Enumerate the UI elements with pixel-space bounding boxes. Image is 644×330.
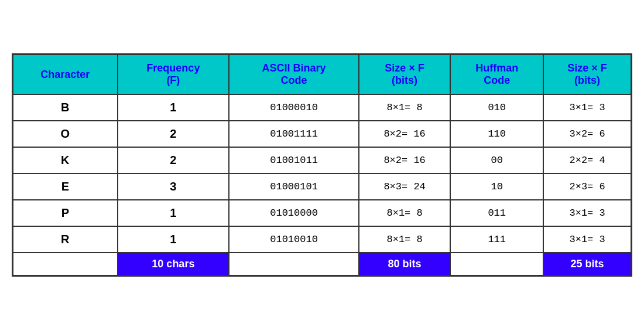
table-cell: 3	[118, 173, 229, 200]
col-header-character: Character	[13, 55, 118, 95]
table-cell: 01000101	[229, 173, 359, 200]
table-cell: B	[13, 94, 118, 121]
table-cell: K	[13, 147, 118, 173]
table-row: P1010100008×1= 80113×1= 3	[13, 200, 632, 226]
table-cell: 3×2= 6	[543, 121, 631, 147]
table-cell: 2×2= 4	[543, 147, 631, 173]
col-header-frequency: Frequency(F)	[118, 55, 229, 95]
table-cell: 110	[450, 121, 543, 147]
table-cell: 1	[118, 94, 229, 121]
summary-empty-cell	[229, 253, 359, 276]
table-cell: 00	[450, 147, 543, 173]
table-cell: 8×3= 24	[359, 173, 450, 200]
table-cell: 01010000	[229, 200, 359, 226]
col-header-ascii: ASCII BinaryCode	[229, 55, 359, 95]
summary-empty-cell	[450, 253, 543, 276]
table-cell: 010	[450, 94, 543, 121]
summary-total-cell: 10 chars	[118, 253, 229, 276]
table-cell: 10	[450, 173, 543, 200]
table-cell: 1	[118, 226, 229, 253]
col-header-size-ascii: Size × F(bits)	[359, 55, 450, 95]
table-cell: 2×3= 6	[543, 173, 631, 200]
table-cell: 3×1= 3	[543, 200, 631, 226]
table-row: B1010000108×1= 80103×1= 3	[13, 94, 632, 121]
table-cell: 01001111	[229, 121, 359, 147]
table-cell: E	[13, 173, 118, 200]
table-cell: 3×1= 3	[543, 94, 631, 121]
table-row: K2010010118×2= 16002×2= 4	[13, 147, 632, 173]
col-header-huffman: HuffmanCode	[450, 55, 543, 95]
table-wrapper: Character Frequency(F) ASCII BinaryCode …	[12, 53, 632, 277]
table-cell: 8×2= 16	[359, 147, 450, 173]
header-row: Character Frequency(F) ASCII BinaryCode …	[13, 55, 632, 95]
table-row: O2010011118×2= 161103×2= 6	[13, 121, 632, 147]
table-cell: 2	[118, 147, 229, 173]
table-row: E3010001018×3= 24102×3= 6	[13, 173, 632, 200]
summary-empty-cell	[13, 253, 118, 276]
table-cell: 8×1= 8	[359, 226, 450, 253]
table-cell: 01001011	[229, 147, 359, 173]
table-cell: 111	[450, 226, 543, 253]
table-cell: 3×1= 3	[543, 226, 631, 253]
table-cell: 2	[118, 121, 229, 147]
summary-total-cell: 25 bits	[543, 253, 631, 276]
table-cell: 1	[118, 200, 229, 226]
huffman-table: Character Frequency(F) ASCII BinaryCode …	[12, 53, 632, 277]
summary-row: 10 chars80 bits25 bits	[13, 253, 632, 276]
table-cell: P	[13, 200, 118, 226]
table-cell: 8×1= 8	[359, 200, 450, 226]
table-row: R1010100108×1= 81113×1= 3	[13, 226, 632, 253]
table-cell: 011	[450, 200, 543, 226]
table-cell: O	[13, 121, 118, 147]
table-cell: 8×1= 8	[359, 94, 450, 121]
table-cell: 8×2= 16	[359, 121, 450, 147]
col-header-size-huffman: Size × F(bits)	[543, 55, 631, 95]
summary-total-cell: 80 bits	[359, 253, 450, 276]
table-cell: 01000010	[229, 94, 359, 121]
table-cell: R	[13, 226, 118, 253]
table-cell: 01010010	[229, 226, 359, 253]
